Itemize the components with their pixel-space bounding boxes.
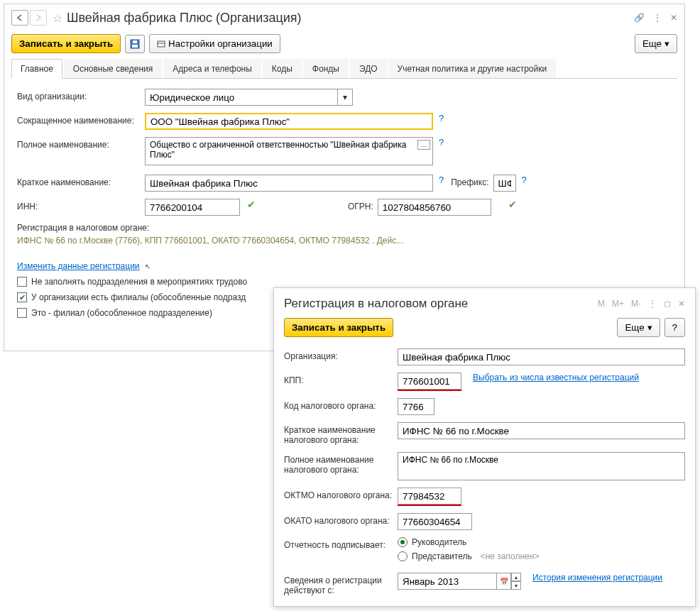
window-title: Швейная фабрика Плюс (Организация) [67,11,634,26]
help-icon[interactable]: ? [439,175,444,185]
ogrn-label: ОГРН: [348,199,373,211]
m-plus-button[interactable]: M+ [612,299,624,309]
tax-registration-dialog: Регистрация в налоговом органе M M+ M- ⋮… [273,287,696,607]
org-type-input[interactable] [145,89,337,106]
prefix-input[interactable] [493,175,516,192]
chevron-down-icon[interactable]: ▾ [337,89,353,106]
favorite-star-icon[interactable]: ☆ [53,11,62,25]
date-input-group: 📅 ▲ ▼ [398,573,521,590]
dialog-title: Регистрация в налоговом органе [284,297,598,311]
more-label: Еще [642,38,662,49]
rep-placeholder: <не заполнен> [481,551,540,561]
dlg-valid-from-input[interactable] [398,573,497,590]
short-name-input[interactable] [145,113,433,130]
check-icon: ✔ [508,199,517,210]
calendar-icon[interactable]: 📅 [497,573,511,590]
cb-no-subdivisions-label: Не заполнять подразделения в мероприятия… [31,277,247,287]
more-button[interactable]: Еще ▾ [635,34,677,53]
dlg-kpp-label: КПП: [284,373,398,385]
tab-funds[interactable]: Фонды [303,59,349,78]
org-settings-button[interactable]: Настройки организации [149,34,280,53]
select-known-reg-link[interactable]: Выбрать из числа известных регистраций [473,373,639,382]
change-reg-link[interactable]: Изменить данные регистрации [17,261,140,271]
titlebar: ☆ Швейная фабрика Плюс (Организация) 🔗 ⋮… [4,4,684,31]
brief-name-input[interactable] [145,175,433,192]
m-minus-button[interactable]: M- [631,299,641,309]
chevron-down-icon: ▾ [665,38,669,49]
menu-icon[interactable]: ⋮ [648,299,657,309]
spinner-down[interactable]: ▼ [511,581,521,590]
maximize-icon[interactable]: ◻ [664,299,671,309]
cb-is-branch-label: Это - филиал (обособленное подразделение… [31,308,212,318]
close-icon[interactable]: ✕ [670,13,677,23]
svg-rect-1 [132,45,138,48]
dlg-oktmo-label: ОКТМО налогового органа: [284,488,398,500]
cb-no-subdivisions[interactable] [17,277,27,287]
dlg-kpp-input[interactable] [398,373,461,390]
radio-representative-label: Представитель [412,551,472,561]
tax-reg-info: ИФНС № 66 по г.Москве (7766), КПП 776601… [17,236,672,246]
close-icon[interactable]: ✕ [678,299,685,309]
prefix-label: Префикс: [451,175,488,187]
cb-has-branches-label: У организации есть филиалы (обособленные… [31,292,246,302]
chevron-down-icon: ▾ [647,322,652,333]
dialog-help-button[interactable]: ? [665,318,685,337]
org-settings-label: Настройки организации [168,38,273,49]
full-name-textarea[interactable]: Общество с ограниченной ответственностью… [145,137,433,165]
dlg-org-input[interactable] [398,348,685,365]
radio-manager-label: Руководитель [412,537,466,547]
dialog-more-label: Еще [625,322,644,333]
main-toolbar: Записать и закрыть Настройки организации… [4,31,684,59]
dlg-org-label: Организация: [284,348,398,361]
dlg-short-tax-label: Краткое наименование налогового органа: [284,422,398,445]
svg-rect-2 [133,40,137,43]
full-name-label: Полное наименование: [17,137,145,150]
dlg-code-input[interactable] [398,398,434,415]
m-button[interactable]: M [598,299,605,309]
menu-icon[interactable]: ⋮ [653,13,662,23]
tab-addresses[interactable]: Адреса и телефоны [163,59,261,78]
nav-back-button[interactable] [11,10,28,26]
cb-is-branch[interactable] [17,308,27,318]
short-name-label: Сокращенное наименование: [17,113,145,126]
dlg-oktmo-input[interactable] [398,488,461,505]
tab-main[interactable]: Главное [11,59,62,79]
tab-accounting-policy[interactable]: Учетная политика и другие настройки [388,59,557,78]
dialog-body: Организация: КПП: Выбрать из числа извес… [274,344,695,607]
radio-manager[interactable] [398,537,408,547]
radio-representative[interactable] [398,551,408,561]
dlg-full-tax-label: Полное наименование налогового органа: [284,452,398,475]
dlg-full-tax-textarea[interactable]: ИФНС № 66 по г.Москве [398,452,685,480]
cb-has-branches[interactable] [17,292,27,302]
link-icon[interactable]: 🔗 [634,13,645,23]
check-icon: ✔ [247,199,256,210]
tab-codes[interactable]: Коды [263,59,302,78]
tab-edo[interactable]: ЭДО [350,59,387,78]
dlg-signs-label: Отчетность подписывает: [284,537,398,550]
save-close-button[interactable]: Записать и закрыть [11,34,121,53]
tab-basic-info[interactable]: Основные сведения [64,59,162,78]
brief-name-label: Краткое наименование: [17,175,145,187]
expand-button[interactable]: … [417,140,430,150]
inn-input[interactable] [145,199,240,216]
dlg-code-label: Код налогового органа: [284,398,398,411]
dlg-short-tax-input[interactable] [398,422,685,439]
inn-label: ИНН: [17,199,145,211]
help-icon[interactable]: ? [439,137,444,148]
dialog-toolbar: Записать и закрыть Еще ▾ ? [274,315,695,344]
save-button[interactable] [125,35,145,53]
dialog-more-button[interactable]: Еще ▾ [617,318,660,337]
org-type-label: Вид организации: [17,89,145,101]
tab-bar: Главное Основные сведения Адреса и телеф… [11,59,677,79]
ogrn-input[interactable] [378,199,491,216]
org-type-select[interactable]: ▾ [145,89,353,106]
help-icon[interactable]: ? [439,113,444,123]
dialog-save-close-button[interactable]: Записать и закрыть [284,318,393,337]
svg-rect-3 [158,41,165,47]
spinner-up[interactable]: ▲ [511,573,521,581]
help-icon[interactable]: ? [522,175,527,185]
nav-forward-button[interactable] [30,10,47,26]
dlg-valid-from-label: Сведения о регистрации действуют с: [284,573,398,595]
dlg-okato-input[interactable] [398,513,472,530]
history-link[interactable]: История изменения регистрации [532,573,662,583]
